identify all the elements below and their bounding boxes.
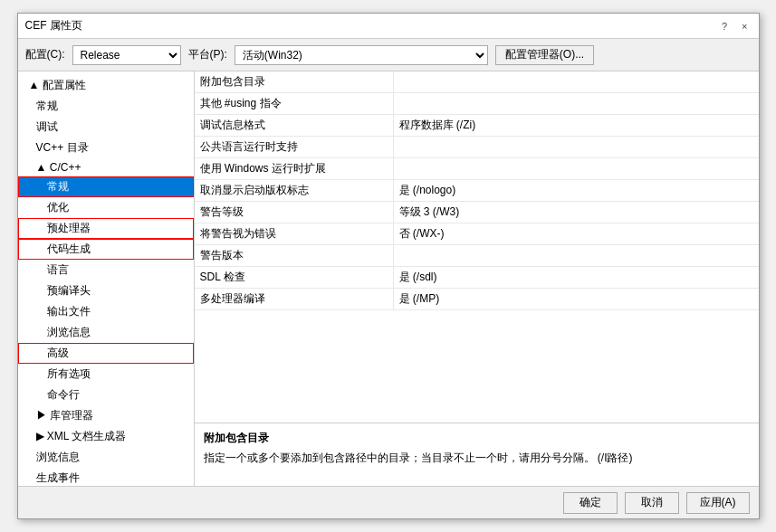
prop-value <box>394 71 759 92</box>
tree-item-pei-zhi-shu-xing[interactable]: ▲ 配置属性 <box>18 75 194 96</box>
close-button[interactable]: × <box>738 19 751 33</box>
prop-value <box>394 158 759 179</box>
platform-select[interactable]: 活动(Win32) <box>235 45 488 65</box>
content-area: ▲ 配置属性常规调试VC++ 目录▲ C/C++常规优化预处理器代码生成语言预编… <box>18 71 759 486</box>
dialog-title: CEF 属性页 <box>25 18 82 33</box>
tree-item-gao-ji[interactable]: 高级 <box>18 343 194 364</box>
prop-name: 警告等级 <box>195 202 394 223</box>
prop-name: 将警告视为错误 <box>195 223 394 244</box>
prop-value: 程序数据库 (/Zi) <box>394 115 759 136</box>
prop-value: 是 (/nologo) <box>394 180 759 201</box>
desc-text: 指定一个或多个要添加到包含路径中的目录；当目录不止一个时，请用分号分隔。 (/I… <box>204 450 750 466</box>
cancel-button[interactable]: 取消 <box>625 492 679 514</box>
prop-name: 取消显示启动版权标志 <box>195 180 394 201</box>
tree-panel: ▲ 配置属性常规调试VC++ 目录▲ C/C++常规优化预处理器代码生成语言预编… <box>18 71 195 486</box>
tree-item-dai-ma-sheng-cheng[interactable]: 代码生成 <box>18 239 194 260</box>
toolbar: 配置(C): Release 平台(P): 活动(Win32) 配置管理器(O)… <box>18 39 759 71</box>
title-bar: CEF 属性页 ? × <box>18 14 759 39</box>
ok-button[interactable]: 确定 <box>563 492 618 514</box>
tree-item-yu-yan[interactable]: 语言 <box>18 260 194 280</box>
config-label: 配置(C): <box>25 47 65 62</box>
tree-item-ming-ling-hang[interactable]: 命令行 <box>18 385 194 405</box>
property-panel: 附加包含目录其他 #using 指令调试信息格式程序数据库 (/Zi)公共语言运… <box>195 71 759 423</box>
prop-row[interactable]: SDL 检查是 (/sdl) <box>195 267 759 289</box>
tree-item-ku-guan-li-qi[interactable]: ▶ 库管理器 <box>18 405 194 426</box>
prop-value: 是 (/sdl) <box>394 267 759 288</box>
prop-value: 否 (/WX-) <box>394 223 759 244</box>
prop-name: SDL 检查 <box>195 267 394 288</box>
tree-item-suo-you-xuan-xiang[interactable]: 所有选项 <box>18 364 194 385</box>
tree-item-vc-mu-lu[interactable]: VC++ 目录 <box>18 138 194 158</box>
prop-name: 公共语言运行时支持 <box>195 137 394 157</box>
tree-item-cpp-chang-gui[interactable]: 常规 <box>18 176 194 197</box>
title-bar-left: CEF 属性页 <box>25 18 82 33</box>
platform-label: 平台(P): <box>188 47 227 62</box>
prop-row[interactable]: 取消显示启动版权标志是 (/nologo) <box>195 180 759 202</box>
prop-row[interactable]: 多处理器编译是 (/MP) <box>195 289 759 310</box>
prop-row[interactable]: 警告等级等级 3 (/W3) <box>195 202 759 223</box>
tree-item-chang-gui[interactable]: 常规 <box>18 96 194 117</box>
tree-item-yu-bian-yi-tou[interactable]: 预编译头 <box>18 280 194 301</box>
tree-item-liu-lan-xin-xi2[interactable]: 浏览信息 <box>18 447 194 468</box>
prop-row[interactable]: 将警告视为错误否 (/WX-) <box>195 223 759 245</box>
prop-name: 警告版本 <box>195 245 394 266</box>
help-button[interactable]: ? <box>718 19 731 33</box>
prop-name: 使用 Windows 运行时扩展 <box>195 158 394 179</box>
description-panel: 附加包含目录 指定一个或多个要添加到包含路径中的目录；当目录不止一个时，请用分号… <box>195 423 759 486</box>
prop-row[interactable]: 警告版本 <box>195 245 759 267</box>
tree-item-sheng-cheng-shi-jian[interactable]: 生成事件 <box>18 468 194 486</box>
prop-value <box>394 245 759 266</box>
prop-row[interactable]: 使用 Windows 运行时扩展 <box>195 158 759 180</box>
prop-value: 等级 3 (/W3) <box>394 202 759 223</box>
prop-row[interactable]: 附加包含目录 <box>195 71 759 93</box>
prop-row[interactable]: 公共语言运行时支持 <box>195 137 759 158</box>
prop-value: 是 (/MP) <box>394 289 759 309</box>
prop-value <box>394 137 759 157</box>
prop-row[interactable]: 其他 #using 指令 <box>195 93 759 115</box>
prop-value <box>394 93 759 114</box>
title-bar-controls: ? × <box>718 19 752 33</box>
apply-button[interactable]: 应用(A) <box>686 492 750 514</box>
config-manager-button[interactable]: 配置管理器(O)... <box>495 45 594 65</box>
prop-row[interactable]: 调试信息格式程序数据库 (/Zi) <box>195 115 759 137</box>
tree-item-xml-wen-dang[interactable]: ▶ XML 文档生成器 <box>18 426 194 447</box>
prop-name: 其他 #using 指令 <box>195 93 394 114</box>
prop-name: 调试信息格式 <box>195 115 394 136</box>
main-dialog: CEF 属性页 ? × 配置(C): Release 平台(P): 活动(Win… <box>17 13 760 519</box>
desc-title: 附加包含目录 <box>204 431 750 446</box>
button-bar: 确定 取消 应用(A) <box>18 486 759 518</box>
tree-item-you-hua[interactable]: 优化 <box>18 197 194 218</box>
config-select[interactable]: Release <box>72 45 181 65</box>
tree-item-c-cpp[interactable]: ▲ C/C++ <box>18 158 194 176</box>
prop-name: 多处理器编译 <box>195 289 394 309</box>
tree-item-yu-chu-li-qi[interactable]: 预处理器 <box>18 218 194 239</box>
tree-item-tiao-shi[interactable]: 调试 <box>18 117 194 138</box>
tree-item-liu-lan-xin-xi[interactable]: 浏览信息 <box>18 322 194 343</box>
prop-name: 附加包含目录 <box>195 71 394 92</box>
tree-item-shu-chu-wen-jian[interactable]: 输出文件 <box>18 301 194 322</box>
